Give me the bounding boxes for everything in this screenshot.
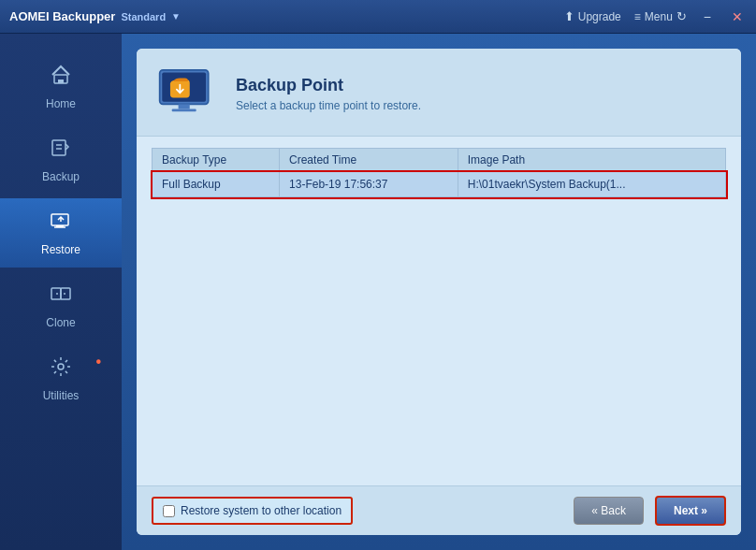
table-row[interactable]: Full Backup 13-Feb-19 17:56:37 H:\01tvae…: [153, 172, 726, 197]
cell-created-time: 13-Feb-19 17:56:37: [280, 172, 458, 197]
panel-icon: [155, 64, 221, 124]
title-bar: AOMEI Backupper Standard ▼ ⬆ Upgrade ≡ M…: [0, 0, 756, 34]
close-button[interactable]: ✕: [728, 9, 747, 24]
dropdown-arrow-icon[interactable]: ▼: [171, 11, 181, 22]
backup-label: Backup: [42, 170, 80, 183]
backup-table: Backup Type Created Time Image Path Full…: [152, 148, 726, 197]
sidebar-item-backup[interactable]: Backup: [0, 125, 122, 195]
minimize-button[interactable]: −: [700, 9, 715, 24]
table-container: Backup Type Created Time Image Path Full…: [137, 137, 741, 485]
refresh-icon: ↻: [676, 9, 687, 23]
footer-bar: Restore system to other location « Back …: [137, 485, 741, 535]
svg-rect-2: [52, 140, 65, 155]
svg-rect-16: [172, 109, 196, 112]
utilities-badge: •: [95, 354, 101, 370]
clone-icon: [50, 282, 72, 311]
app-edition: Standard: [121, 11, 166, 22]
svg-rect-5: [51, 214, 68, 225]
restore-location-checkbox[interactable]: [163, 505, 175, 517]
clone-label: Clone: [46, 316, 75, 329]
backup-icon: [50, 137, 72, 165]
content-panel: Backup Point Select a backup time point …: [137, 49, 741, 535]
cell-image-path: H:\01tvaekr\System Backup(1...: [458, 172, 725, 197]
sidebar-item-utilities[interactable]: Utilities •: [0, 344, 122, 413]
col-backup-type: Backup Type: [153, 149, 280, 172]
cell-backup-type: Full Backup: [153, 172, 280, 197]
svg-rect-1: [58, 80, 64, 83]
restore-icon: [50, 210, 72, 238]
content-area: Backup Point Select a backup time point …: [122, 34, 756, 550]
upgrade-icon: ⬆: [564, 9, 574, 23]
restore-location-label[interactable]: Restore system to other location: [181, 504, 342, 517]
table-header-row: Backup Type Created Time Image Path: [153, 149, 726, 172]
main-layout: Home Backup: [0, 34, 756, 550]
restore-label: Restore: [41, 243, 80, 256]
col-created-time: Created Time: [280, 149, 458, 172]
next-button[interactable]: Next »: [655, 496, 726, 526]
app-logo: AOMEI Backupper Standard ▼: [9, 9, 181, 23]
back-button[interactable]: « Back: [574, 497, 644, 525]
menu-button[interactable]: ≡ Menu ↻: [634, 9, 687, 23]
upgrade-button[interactable]: ⬆ Upgrade: [564, 9, 621, 23]
restore-location-checkbox-area[interactable]: Restore system to other location: [152, 497, 353, 525]
panel-header: Backup Point Select a backup time point …: [137, 49, 741, 137]
sidebar-item-home[interactable]: Home: [0, 52, 122, 122]
utilities-icon: [50, 355, 72, 384]
panel-title-block: Backup Point Select a backup time point …: [236, 76, 421, 112]
sidebar-item-clone[interactable]: Clone: [0, 271, 122, 340]
svg-rect-15: [179, 104, 190, 109]
app-name: AOMEI Backupper: [9, 9, 115, 23]
utilities-label: Utilities: [43, 389, 80, 402]
sidebar-item-restore[interactable]: Restore: [0, 198, 122, 268]
panel-subtitle: Select a backup time point to restore.: [236, 99, 421, 112]
svg-point-12: [58, 364, 64, 369]
menu-lines-icon: ≡: [634, 10, 641, 23]
sidebar: Home Backup: [0, 34, 122, 550]
title-bar-actions: ⬆ Upgrade ≡ Menu ↻ − ✕: [564, 9, 747, 24]
panel-title: Backup Point: [236, 76, 421, 95]
home-label: Home: [46, 97, 76, 110]
col-image-path: Image Path: [458, 149, 725, 172]
home-icon: [50, 64, 72, 92]
